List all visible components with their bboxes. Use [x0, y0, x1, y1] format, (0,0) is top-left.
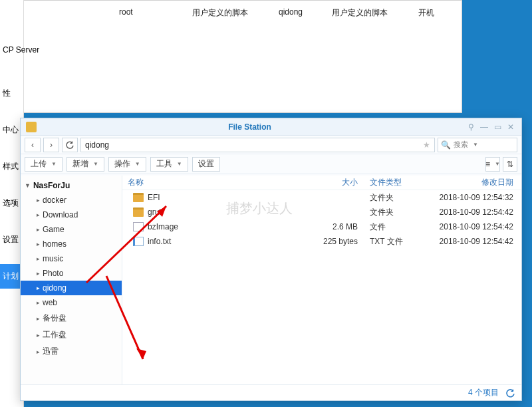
chevron-down-icon: ▼ — [177, 161, 182, 167]
tree-item-music[interactable]: ▸ music — [21, 251, 122, 266]
nav-bar: ‹ › qidong ★ 🔍 搜索 ▼ — [21, 136, 521, 154]
folder-tree: ▼ NasForJu ▸ docker▸ Download▸ Game▸ hom… — [21, 176, 122, 384]
sort-button[interactable]: ⇅ — [503, 157, 517, 172]
folder-icon — [133, 193, 144, 202]
search-placeholder-text: 搜索 — [454, 140, 468, 150]
toolbar: 上传▼ 新增▼ 操作▼ 工具▼ 设置 ≡▼ ⇅ — [21, 154, 521, 174]
item-count: 4 个项目 — [468, 387, 499, 398]
tree-item-备份盘[interactable]: ▸ 备份盘 — [21, 310, 122, 327]
col-type[interactable]: 文件类型 — [363, 177, 410, 188]
view-list-button[interactable]: ≡▼ — [485, 157, 500, 172]
upload-button[interactable]: 上传▼ — [25, 157, 63, 172]
path-text: qidong — [85, 140, 109, 150]
file-row[interactable]: grub文件夹2018-10-09 12:54:42 — [122, 205, 521, 219]
chevron-down-icon: ▼ — [51, 161, 57, 167]
minimize-button[interactable]: — — [479, 122, 489, 132]
file-row[interactable]: EFI文件夹2018-10-09 12:54:32 — [122, 190, 521, 205]
file-row[interactable]: bzImage2.6 MB文件2018-10-09 12:54:42 — [122, 219, 521, 234]
tree-item-Game[interactable]: ▸ Game — [21, 222, 122, 237]
list-header: 名称 大小 文件类型 修改日期 — [122, 176, 521, 190]
chevron-down-icon: ▼ — [93, 161, 98, 167]
pin-button[interactable]: ⚲ — [466, 122, 476, 132]
cell-name: qidong — [267, 7, 320, 19]
txt-icon — [133, 237, 144, 246]
file-list: 名称 大小 文件类型 修改日期 EFI文件夹2018-10-09 12:54:3… — [122, 176, 521, 384]
col-date[interactable]: 修改日期 — [410, 177, 521, 188]
ops-button[interactable]: 操作▼ — [108, 157, 146, 172]
back-button[interactable]: ‹ — [25, 138, 41, 152]
tree-item-迅雷[interactable]: ▸ 迅雷 — [21, 343, 122, 360]
status-bar: 4 个项目 — [21, 384, 521, 400]
col-name[interactable]: 名称 — [122, 177, 317, 188]
cell-event: 开机 — [406, 7, 446, 19]
tree-item-docker[interactable]: ▸ docker — [21, 193, 122, 207]
file-station-window: File Station ⚲ — ▭ ✕ ‹ › qidong ★ 🔍 搜索 ▼… — [20, 118, 522, 401]
cell-type: 用户定义的脚本 — [320, 7, 406, 19]
star-icon[interactable]: ★ — [423, 140, 430, 150]
task-scheduler-window: root 用户定义的脚本 qidong 用户定义的脚本 开机 — [0, 0, 462, 113]
tree-item-qidong[interactable]: ▸ qidong — [21, 281, 122, 295]
refresh-button[interactable] — [62, 138, 78, 152]
tree-item-Photo[interactable]: ▸ Photo — [21, 266, 122, 281]
window-title: File Station — [37, 122, 463, 132]
search-input[interactable]: 🔍 搜索 ▼ — [438, 138, 517, 152]
tree-item-homes[interactable]: ▸ homes — [21, 237, 122, 251]
search-icon: 🔍 — [441, 140, 451, 150]
cell-task: 用户定义的脚本 — [180, 7, 267, 19]
forward-button[interactable]: › — [43, 138, 59, 152]
tree-item-web[interactable]: ▸ web — [21, 295, 122, 310]
file-row[interactable]: info.txt225 bytesTXT 文件2018-10-09 12:54:… — [122, 234, 521, 249]
cell-user: root — [107, 7, 180, 19]
folder-icon — [133, 207, 144, 217]
file-icon — [133, 222, 144, 231]
maximize-button[interactable]: ▭ — [492, 122, 503, 132]
reload-icon[interactable] — [505, 388, 515, 398]
app-icon — [26, 122, 37, 132]
chevron-down-icon: ▼ — [135, 161, 140, 167]
titlebar[interactable]: File Station ⚲ — ▭ ✕ — [21, 118, 521, 136]
tree-root[interactable]: ▼ NasForJu — [21, 178, 122, 193]
new-button[interactable]: 新增▼ — [66, 157, 104, 172]
path-bar[interactable]: qidong ★ — [80, 138, 435, 152]
settings-button[interactable]: 设置 — [192, 157, 220, 172]
tools-button[interactable]: 工具▼ — [150, 157, 188, 172]
col-size[interactable]: 大小 — [317, 177, 363, 188]
tree-item-工作盘[interactable]: ▸ 工作盘 — [21, 327, 122, 343]
chevron-down-icon: ▼ — [473, 142, 478, 148]
panel-item[interactable]: CP Server — [0, 39, 23, 61]
panel-item[interactable]: 性 — [0, 81, 23, 106]
tree-item-Download[interactable]: ▸ Download — [21, 207, 122, 222]
table-row[interactable]: root 用户定义的脚本 qidong 用户定义的脚本 开机 — [1, 3, 462, 23]
close-button[interactable]: ✕ — [505, 122, 516, 132]
